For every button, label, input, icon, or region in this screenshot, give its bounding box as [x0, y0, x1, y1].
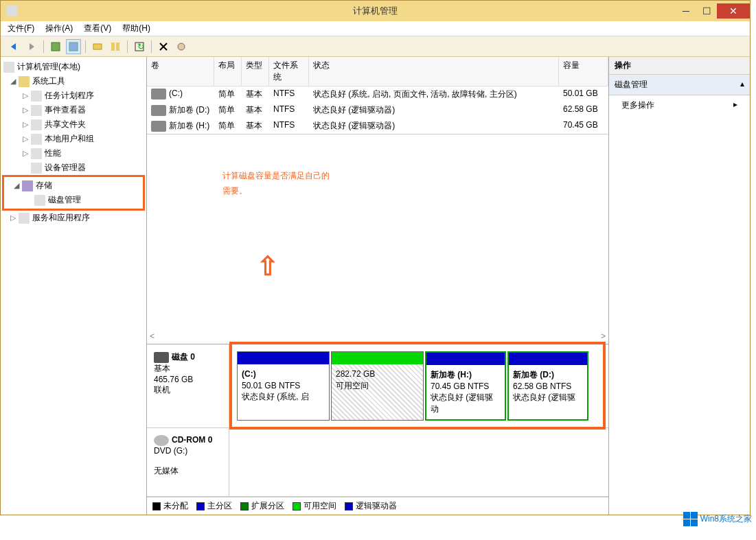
svg-rect-3: [69, 43, 78, 51]
delete-icon[interactable]: [156, 39, 171, 54]
tool-icon-1[interactable]: [48, 39, 63, 54]
partition-h[interactable]: 新加卷 (H:)70.45 GB NTFS状态良好 (逻辑驱动: [425, 351, 506, 421]
tool-icon-2[interactable]: [66, 39, 81, 54]
partition-c[interactable]: (C:)50.01 GB NTFS状态良好 (系统, 启: [237, 351, 330, 421]
volume-table: 卷 布局 类型 文件系统 状态 容量 (C:) 简单 基本 NTFS 状态良好 …: [147, 57, 608, 134]
col-fs[interactable]: 文件系统: [269, 57, 309, 86]
tree-root[interactable]: 计算机管理(本地): [2, 60, 145, 74]
col-layout[interactable]: 布局: [214, 57, 242, 86]
col-type[interactable]: 类型: [242, 57, 269, 86]
tree-services-apps[interactable]: ▷服务和应用程序: [2, 211, 145, 225]
tree-disk-management[interactable]: 磁盘管理: [5, 193, 141, 207]
tree-panel: 计算机管理(本地) ◢系统工具 ▷任务计划程序 ▷事件查看器 ▷共享文件夹 ▷本…: [1, 57, 147, 515]
app-icon: [6, 5, 17, 16]
legend-primary: 主分区: [196, 500, 232, 512]
menubar: 文件(F) 操作(A) 查看(V) 帮助(H): [1, 21, 750, 36]
tree-task-scheduler[interactable]: ▷任务计划程序: [2, 89, 145, 103]
svg-point-11: [178, 43, 185, 50]
col-volume[interactable]: 卷: [147, 57, 214, 86]
actions-header: 操作: [609, 57, 750, 75]
forward-button[interactable]: [24, 39, 39, 54]
svg-rect-5: [111, 43, 115, 51]
partition-d[interactable]: 新加卷 (D:)62.58 GB NTFS状态良好 (逻辑驱: [507, 351, 588, 421]
windows-logo-icon: [683, 512, 698, 526]
menu-view[interactable]: 查看(V): [80, 21, 115, 36]
main-panel: 卷 布局 类型 文件系统 状态 容量 (C:) 简单 基本 NTFS 状态良好 …: [147, 57, 609, 515]
tree-storage[interactable]: ◢存储: [5, 178, 141, 193]
volume-icon: [151, 89, 166, 99]
actions-more[interactable]: 更多操作▸: [609, 95, 750, 115]
legend-freespace: 可用空间: [293, 500, 336, 512]
tree-local-users[interactable]: ▷本地用户和组: [2, 132, 145, 146]
actions-panel: 操作 磁盘管理▴ 更多操作▸: [609, 57, 750, 515]
cdrom-label[interactable]: CD-ROM 0 DVD (G:) 无媒体: [147, 428, 229, 496]
svg-marker-1: [30, 43, 34, 50]
chevron-right-icon: ▸: [733, 99, 737, 111]
table-row[interactable]: 新加卷 (H:) 简单 基本 NTFS 状态良好 (逻辑驱动器) 70.45 G…: [147, 118, 608, 134]
cdrom-icon: [154, 435, 169, 446]
tree-device-manager[interactable]: 设备管理器: [2, 161, 145, 175]
disk-0-partitions: (C:)50.01 GB NTFS状态良好 (系统, 启 282.72 GB可用…: [229, 344, 608, 427]
legend-extended: 扩展分区: [240, 500, 284, 512]
menu-action[interactable]: 操作(A): [41, 21, 77, 36]
tree-highlight-box: ◢存储 磁盘管理: [2, 175, 145, 211]
volume-icon: [151, 121, 166, 132]
back-button[interactable]: [6, 39, 21, 54]
watermark: Win8系统之家: [683, 512, 752, 526]
menu-help[interactable]: 帮助(H): [118, 21, 154, 36]
tree-event-viewer[interactable]: ▷事件查看器: [2, 103, 145, 117]
svg-marker-0: [11, 43, 16, 50]
legend-logical: 逻辑驱动器: [345, 500, 397, 512]
menu-file[interactable]: 文件(F): [3, 21, 38, 36]
tool-icon-3[interactable]: [90, 39, 105, 54]
col-capacity[interactable]: 容量: [559, 57, 608, 86]
h-scrollbar[interactable]: <>: [150, 331, 606, 341]
cdrom-row: CD-ROM 0 DVD (G:) 无媒体: [147, 428, 608, 497]
col-status[interactable]: 状态: [309, 57, 559, 86]
table-header: 卷 布局 类型 文件系统 状态 容量: [147, 57, 608, 86]
minimize-button[interactable]: ─: [676, 3, 696, 19]
close-button[interactable]: ✕: [717, 3, 750, 19]
partition-free[interactable]: 282.72 GB可用空间: [331, 351, 424, 421]
svg-rect-2: [51, 43, 60, 51]
refresh-icon[interactable]: ↻: [132, 39, 147, 54]
disk-icon: [154, 352, 169, 363]
table-row[interactable]: 新加卷 (D:) 简单 基本 NTFS 状态良好 (逻辑驱动器) 62.58 G…: [147, 102, 608, 118]
tool-icon-4[interactable]: [108, 39, 123, 54]
maximize-button[interactable]: ☐: [696, 3, 717, 19]
tree-shared-folders[interactable]: ▷共享文件夹: [2, 117, 145, 132]
disk-0-row: 磁盘 0 基本 465.76 GB 联机 (C:)50.01 GB NTFS状态…: [147, 344, 608, 428]
tree-system-tools[interactable]: ◢系统工具: [2, 74, 145, 89]
svg-rect-4: [93, 44, 102, 49]
actions-disk-mgmt[interactable]: 磁盘管理▴: [609, 75, 750, 95]
toolbar: ↻: [1, 36, 750, 57]
titlebar: 计算机管理 ─ ☐ ✕: [1, 1, 750, 21]
disk-0-label[interactable]: 磁盘 0 基本 465.76 GB 联机: [147, 344, 229, 427]
table-row[interactable]: (C:) 简单 基本 NTFS 状态良好 (系统, 启动, 页面文件, 活动, …: [147, 86, 608, 102]
legend-unallocated: 未分配: [152, 500, 188, 512]
annotation-text: 计算磁盘容量是否满足自己的 需要。: [222, 169, 330, 198]
annotation-arrow-icon: ⇧: [257, 251, 279, 281]
tool-icon-5[interactable]: [174, 39, 189, 54]
svg-text:↻: ↻: [137, 42, 144, 51]
window-title: 计算机管理: [353, 5, 398, 17]
annotation-area: 计算磁盘容量是否满足自己的 需要。 ⇧ <>: [147, 134, 608, 344]
legend: 未分配 主分区 扩展分区 可用空间 逻辑驱动器: [147, 497, 608, 515]
tree-performance[interactable]: ▷性能: [2, 146, 145, 161]
svg-rect-6: [116, 43, 119, 51]
collapse-icon: ▴: [740, 79, 744, 91]
graphical-disk-view: 磁盘 0 基本 465.76 GB 联机 (C:)50.01 GB NTFS状态…: [147, 344, 608, 515]
volume-icon: [151, 105, 166, 116]
